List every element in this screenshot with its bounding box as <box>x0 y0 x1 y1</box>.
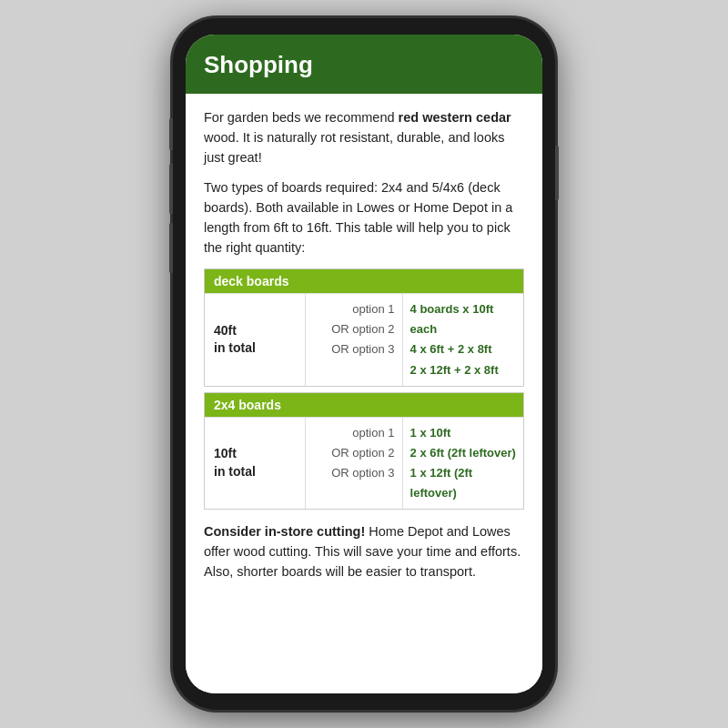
2x4-boards-row: 10ft in total option 1 OR option 2 OR op… <box>205 417 523 509</box>
2x4-boards-option1: option 1 <box>313 423 395 443</box>
deck-boards-label-line2: in total <box>214 339 296 358</box>
phone-frame: Shopping For garden beds we recommend re… <box>173 18 555 710</box>
2x4-boards-options: option 1 OR option 2 OR option 3 <box>305 418 403 509</box>
deck-boards-value3: 2 x 12ft + 2 x 8ft <box>410 360 516 380</box>
deck-boards-options: option 1 OR option 2 OR option 3 <box>305 294 403 385</box>
page-title: Shopping <box>204 51 524 79</box>
deck-boards-label: 40ft in total <box>205 294 305 385</box>
2x4-boards-table: 2x4 boards 10ft in total option 1 OR opt… <box>204 392 524 510</box>
2x4-boards-value2: 2 x 6ft (2ft leftover) <box>410 443 516 463</box>
deck-boards-option2: OR option 2 <box>313 319 395 339</box>
2x4-boards-value3: 1 x 12ft (2ft leftover) <box>410 463 516 503</box>
deck-boards-label-line1: 40ft <box>214 322 296 340</box>
deck-boards-value1: 4 boards x 10ft each <box>410 299 516 339</box>
footer-paragraph: Consider in-store cutting! Home Depot an… <box>204 522 524 581</box>
2x4-boards-values: 1 x 10ft 2 x 6ft (2ft leftover) 1 x 12ft… <box>403 418 523 509</box>
2x4-boards-value1: 1 x 10ft <box>410 423 516 443</box>
mute-button <box>169 118 173 150</box>
2x4-boards-label: 10ft in total <box>205 418 305 509</box>
deck-boards-option3: OR option 3 <box>313 339 395 359</box>
deck-boards-values: 4 boards x 10ft each 4 x 6ft + 2 x 8ft 2… <box>403 294 523 385</box>
intro-bold-text: red western cedar <box>399 110 511 125</box>
volume-down-button <box>169 223 173 273</box>
intro-text-before-bold: For garden beds we recommend <box>204 110 399 125</box>
2x4-boards-option2: OR option 2 <box>313 443 395 463</box>
screen-header: Shopping <box>186 35 542 94</box>
volume-up-button <box>169 164 173 214</box>
intro-paragraph-2: Two types of boards required: 2x4 and 5/… <box>204 178 524 258</box>
deck-boards-value2: 4 x 6ft + 2 x 8ft <box>410 339 516 359</box>
footer-bold-text: Consider in-store cutting! <box>204 524 365 539</box>
power-button <box>555 146 559 200</box>
deck-boards-header: deck boards <box>205 269 523 293</box>
2x4-boards-header: 2x4 boards <box>205 393 523 417</box>
intro-text-after-bold: wood. It is naturally rot resistant, dur… <box>204 130 504 165</box>
deck-boards-table: deck boards 40ft in total option 1 OR op… <box>204 268 524 386</box>
2x4-boards-option3: OR option 3 <box>313 463 395 483</box>
2x4-boards-label-line1: 10ft <box>214 445 296 463</box>
screen-content[interactable]: For garden beds we recommend red western… <box>186 94 542 693</box>
intro-paragraph-1: For garden beds we recommend red western… <box>204 108 524 167</box>
deck-boards-option1: option 1 <box>313 299 395 319</box>
deck-boards-row: 40ft in total option 1 OR option 2 OR op… <box>205 293 523 385</box>
phone-screen: Shopping For garden beds we recommend re… <box>186 35 542 693</box>
2x4-boards-label-line2: in total <box>214 463 296 481</box>
